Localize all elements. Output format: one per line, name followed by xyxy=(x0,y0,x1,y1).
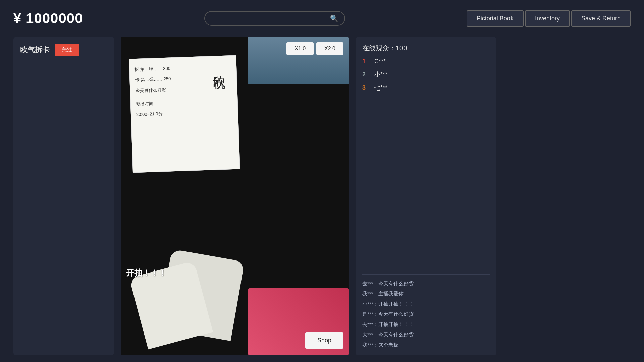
paper-text-1: 拆 第一弹…… 300 xyxy=(135,62,231,73)
paper-text-5: 20:00~21:0分 xyxy=(136,107,233,118)
chat-message-7: 我***：来个老板 xyxy=(362,341,490,349)
video-area: 拆 第一弹…… 300 卡 第二弹…… 250 今天有什么好货 截播时间 20:… xyxy=(121,37,349,355)
balance-display: ¥ 1000000 xyxy=(13,10,83,26)
chat-message-5: 去***：开抽开抽！！！ xyxy=(362,321,490,328)
chat-message-1: 去***：今天有什么好货 xyxy=(362,280,490,288)
shop-name: 欧气拆卡 xyxy=(20,45,50,55)
inventory-button[interactable]: Inventory xyxy=(525,10,570,27)
viewer-item-3: 3 七*** xyxy=(362,84,490,92)
top-viewers: 1 C*** 2 小*** 3 七*** xyxy=(362,58,490,92)
right-panel: 在线观众：100 1 C*** 2 小*** 3 七*** 去***：今天有什么… xyxy=(356,37,496,355)
viewer-name-3: 七*** xyxy=(374,84,387,92)
save-return-button[interactable]: Save & Return xyxy=(571,10,631,27)
viewer-item-2: 2 小*** xyxy=(362,70,490,78)
left-panel: 欧气拆卡 关注 xyxy=(13,37,114,355)
paper-text-4: 截播时间 xyxy=(136,97,232,108)
search-icon[interactable]: 🔍 xyxy=(330,14,338,22)
viewer-rank-2: 2 xyxy=(362,71,370,78)
pictorial-book-button[interactable]: Pictorial Book xyxy=(467,10,524,27)
speed-x2-button[interactable]: X2.0 xyxy=(316,42,343,55)
follow-button[interactable]: 关注 xyxy=(55,44,79,56)
shop-header-row: 欧气拆卡 关注 xyxy=(20,44,107,56)
chat-message-4: 是***：今天有什么好货 xyxy=(362,310,490,318)
viewer-rank-3: 3 xyxy=(362,84,370,92)
header: ¥ 1000000 🔍 Pictorial Book Inventory Sav… xyxy=(0,0,644,37)
viewer-rank-1: 1 xyxy=(362,58,370,65)
search-input[interactable] xyxy=(211,15,330,22)
nav-buttons: Pictorial Book Inventory Save & Return xyxy=(467,10,631,27)
chat-messages: 去***：今天有什么好货 我***：主播我爱你 小***：开抽开抽！！！ 是**… xyxy=(362,274,490,349)
paper-text-2: 卡 第二弹…… 250 xyxy=(135,73,232,84)
shop-button[interactable]: Shop xyxy=(305,332,343,349)
viewer-item-1: 1 C*** xyxy=(362,58,490,65)
audience-header: 在线观众：100 xyxy=(362,44,490,53)
paper-text-3: 今天有什么好货 xyxy=(135,83,232,95)
paper-overlay: 拆 第一弹…… 300 卡 第二弹…… 250 今天有什么好货 截播时间 20:… xyxy=(129,55,240,173)
search-bar: 🔍 xyxy=(204,11,345,26)
speed-buttons: X1.0 X2.0 xyxy=(286,42,343,55)
chat-message-3: 小***：开抽开抽！！！ xyxy=(362,300,490,308)
chat-divider xyxy=(362,99,490,274)
chat-message-6: 大***：今天有什么好货 xyxy=(362,331,490,339)
video-content: 拆 第一弹…… 300 卡 第二弹…… 250 今天有什么好货 截播时间 20:… xyxy=(121,37,349,355)
video-overlay-text: 开抽！！！ xyxy=(126,267,166,278)
chat-message-2: 我***：主播我爱你 xyxy=(362,290,490,298)
main-content: 欧气拆卡 关注 拆 第一弹…… 300 卡 第二弹…… 250 今天有什么好货 … xyxy=(0,37,644,362)
viewer-name-2: 小*** xyxy=(374,70,387,78)
speed-x1-button[interactable]: X1.0 xyxy=(286,42,314,55)
viewer-name-1: C*** xyxy=(374,58,386,65)
